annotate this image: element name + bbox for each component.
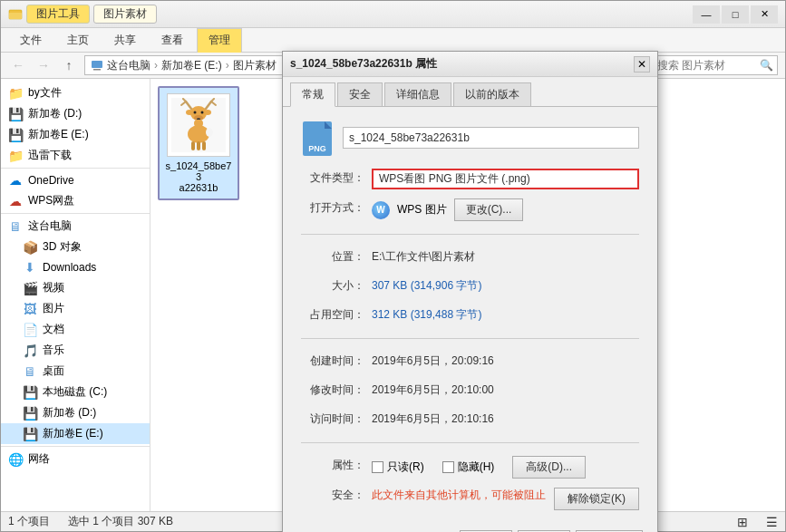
- wps-icon: W: [372, 201, 390, 219]
- pictures-icon: 🖼: [23, 302, 37, 316]
- svg-rect-19: [194, 120, 203, 127]
- forward-button[interactable]: →: [34, 55, 53, 75]
- filename-input[interactable]: [343, 127, 639, 149]
- sidebar-label: 新加卷E (E:): [43, 426, 103, 441]
- created-row: 创建时间： 2019年6月5日，20:09:16: [301, 352, 639, 372]
- view-large-icon[interactable]: ⊞: [737, 515, 748, 529]
- window-title-label: 图片素材: [93, 5, 157, 24]
- sidebar-item-drivee[interactable]: 💾 新加卷E (E:): [1, 124, 150, 145]
- sidebar-item-thispc[interactable]: 🖥 这台电脑: [1, 216, 150, 237]
- downloads-icon: ⬇: [23, 260, 37, 275]
- svg-point-15: [194, 111, 197, 114]
- svg-rect-1: [9, 13, 22, 19]
- sidebar-item-downloads[interactable]: ⬇ Downloads: [1, 257, 150, 277]
- close-button[interactable]: ✕: [751, 5, 778, 24]
- sidebar-divider: [1, 446, 150, 447]
- explorer-window: 图片工具 图片素材 — □ ✕ 文件 主页 共享 查看 管理 ← → ↑ 这台电…: [0, 0, 786, 532]
- path-folder: 图片素材: [233, 58, 277, 73]
- dialog-close-button[interactable]: ✕: [634, 56, 650, 73]
- separator-3: [301, 442, 639, 443]
- cloud-icon: ☁: [8, 173, 23, 188]
- computer-icon: 🖥: [8, 219, 23, 234]
- dialog-tabs: 常规 安全 详细信息 以前的版本: [283, 77, 657, 106]
- sidebar-item-3d[interactable]: 📦 3D 对象: [1, 237, 150, 257]
- view-list-icon[interactable]: ☰: [766, 515, 778, 529]
- hidden-checkbox[interactable]: 隐藏(H): [442, 459, 495, 475]
- folder-icon: 📁: [8, 86, 23, 101]
- filename-row: PNG: [301, 120, 639, 156]
- sidebar-item-video[interactable]: 🎬 视频: [1, 277, 150, 298]
- title-bar-left: 图片工具 图片素材: [8, 5, 157, 24]
- sidebar-item-desktop[interactable]: 🖥 桌面: [1, 361, 150, 382]
- maximize-button[interactable]: □: [722, 5, 749, 24]
- separator-2: [301, 338, 639, 339]
- path-drive: 新加卷E (E:): [161, 58, 222, 73]
- size-row: 大小： 307 KB (314,906 字节): [301, 276, 639, 296]
- tab-view[interactable]: 查看: [150, 28, 195, 52]
- size-label: 大小：: [301, 276, 364, 294]
- sidebar-item-music[interactable]: 🎵 音乐: [1, 340, 150, 361]
- svg-point-12: [186, 110, 193, 115]
- svg-point-13: [204, 110, 211, 115]
- back-button[interactable]: ←: [8, 55, 28, 75]
- path-computer: 这台电脑: [91, 58, 150, 73]
- dialog-tab-details[interactable]: 详细信息: [384, 82, 451, 106]
- sidebar-item-pictures[interactable]: 🖼 图片: [1, 298, 150, 319]
- tab-share[interactable]: 共享: [102, 28, 148, 52]
- search-input[interactable]: [651, 55, 778, 75]
- accessed-value: 2019年6月5日，20:10:16: [372, 410, 639, 427]
- tab-home[interactable]: 主页: [55, 28, 101, 52]
- sidebar-item-drive-d2[interactable]: 💾 新加卷 (D:): [1, 402, 150, 423]
- change-button[interactable]: 更改(C)...: [454, 198, 524, 221]
- dialog-tab-security[interactable]: 安全: [337, 82, 383, 106]
- network-icon: 🌐: [8, 452, 23, 467]
- item-count: 1 个项目: [8, 514, 50, 529]
- sidebar-item-drivec[interactable]: 💾 本地磁盘 (C:): [1, 382, 150, 402]
- readonly-box[interactable]: [372, 461, 383, 473]
- drive-icon: 💾: [23, 427, 37, 441]
- folder-icon: 📁: [8, 149, 23, 163]
- hidden-box[interactable]: [442, 461, 454, 473]
- sidebar-label: 新加卷 (D:): [43, 405, 96, 421]
- advanced-button[interactable]: 高级(D)...: [512, 456, 586, 479]
- modified-row: 修改时间： 2019年6月5日，20:10:00: [301, 381, 639, 401]
- explorer-icon: [8, 7, 23, 22]
- window-controls: — □ ✕: [693, 5, 778, 24]
- attr-label: 属性：: [301, 456, 364, 473]
- sidebar-label: 新加卷 (D:): [28, 106, 82, 121]
- drive-icon: 💾: [8, 107, 23, 121]
- dialog-tab-previous[interactable]: 以前的版本: [453, 82, 531, 106]
- sidebar-item-thunder[interactable]: 📁 迅雷下载: [1, 145, 150, 166]
- security-text: 此文件来自其他计算机，可能被阻止: [372, 488, 547, 503]
- sidebar-item-network[interactable]: 🌐 网络: [1, 449, 150, 469]
- tab-file[interactable]: 文件: [8, 28, 53, 52]
- drive-icon: 💾: [23, 385, 37, 400]
- sidebar-label: 这台电脑: [28, 218, 72, 234]
- sidebar-item-onedrive[interactable]: ☁ OneDrive: [1, 170, 150, 190]
- accessed-label: 访问时间：: [301, 410, 364, 427]
- tools-tab-label[interactable]: 图片工具: [26, 5, 90, 24]
- sidebar-item-documents[interactable]: 📄 文档: [1, 319, 150, 340]
- dialog-title-bar: s_1024_58be73a22631b 属性 ✕: [283, 52, 657, 77]
- readonly-label: 只读(R): [387, 459, 424, 475]
- svg-point-23: [206, 128, 213, 137]
- tab-manage[interactable]: 管理: [197, 28, 242, 53]
- sidebar-item-byfile[interactable]: 📁 by文件: [1, 82, 150, 103]
- dialog-tab-general[interactable]: 常规: [290, 82, 335, 107]
- unblock-button[interactable]: 解除锁定(K): [554, 488, 639, 510]
- sidebar-label: by文件: [28, 85, 62, 101]
- svg-rect-20: [191, 141, 195, 150]
- minimize-button[interactable]: —: [693, 5, 720, 24]
- title-bar: 图片工具 图片素材 — □ ✕: [1, 1, 785, 28]
- file-item[interactable]: s_1024_58be73a22631b: [158, 86, 239, 200]
- security-row: 安全： 此文件来自其他计算机，可能被阻止 解除锁定(K): [301, 488, 639, 510]
- size-value: 307 KB (314,906 字节): [372, 276, 639, 294]
- sidebar-item-wps[interactable]: ☁ WPS网盘: [1, 190, 150, 211]
- up-button[interactable]: ↑: [59, 55, 79, 75]
- documents-icon: 📄: [23, 323, 37, 337]
- readonly-checkbox[interactable]: 只读(R): [372, 459, 424, 475]
- file-item-name: s_1024_58be73a22631b: [165, 160, 232, 193]
- open-with-content: W WPS 图片 更改(C)...: [372, 198, 523, 221]
- sidebar-item-drive-e2[interactable]: 💾 新加卷E (E:): [1, 423, 150, 444]
- sidebar-item-drived[interactable]: 💾 新加卷 (D:): [1, 103, 150, 124]
